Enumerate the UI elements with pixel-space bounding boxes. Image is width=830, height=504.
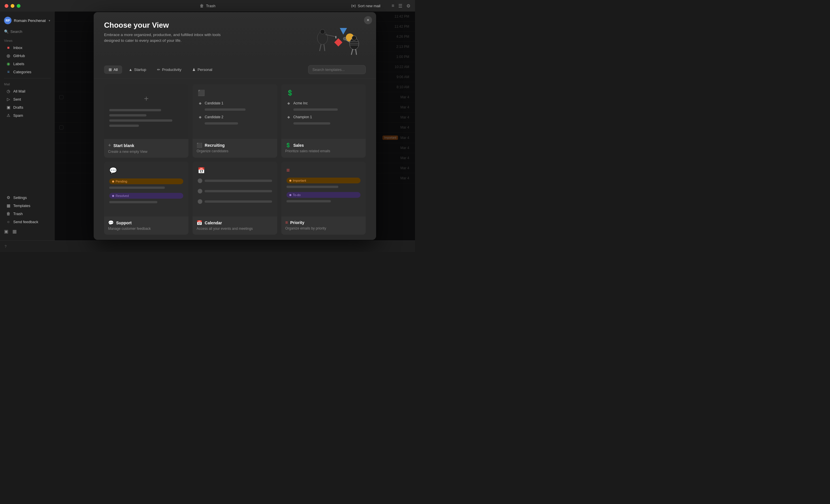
card-info: 💬 Support Manage customer feedback: [104, 217, 189, 235]
svg-rect-1: [334, 38, 342, 46]
views-section-label: Views: [0, 37, 55, 43]
preview-dot: [198, 199, 202, 204]
sidebar-item-sent[interactable]: ▷ Sent: [2, 95, 53, 103]
sidebar-item-allmail[interactable]: ◷ All Mail: [2, 87, 53, 95]
window-title: 🗑 Trash: [200, 3, 216, 8]
preview-row: [198, 189, 272, 193]
svg-line-14: [351, 49, 353, 55]
spam-icon: ⚠: [6, 113, 11, 118]
svg-marker-0: [340, 28, 347, 35]
template-card-calendar[interactable]: 📅: [193, 162, 277, 235]
sidebar-bottom-icons: ▣ ▦: [0, 226, 55, 237]
sidebar-item-label: All Mail: [13, 89, 25, 93]
card-title: Recruiting: [204, 143, 224, 148]
svg-point-4: [320, 29, 325, 34]
search-templates-input[interactable]: [308, 65, 366, 74]
modal-close-button[interactable]: ×: [364, 16, 372, 24]
template-card-sales[interactable]: 💲 ◆ Acme Inc ◆ Champion 1: [281, 84, 366, 158]
bottom-icon-2[interactable]: ▦: [12, 229, 17, 234]
user-menu[interactable]: RP Romain Penchenat ▾: [0, 15, 55, 28]
sidebar-item-inbox[interactable]: ■ Inbox: [2, 43, 53, 52]
card-desc: Access all your events and meetings: [196, 227, 273, 231]
settings-sidebar-icon: ⚙: [6, 195, 11, 200]
sidebar-bottom: ⚙ Settings ▦ Templates 🗑 Trash ○ Send fe…: [0, 193, 55, 237]
filter-tab-startup[interactable]: ▲ Startup: [124, 65, 151, 74]
bottom-icon-1[interactable]: ▣: [4, 229, 8, 234]
sidebar-item-categories[interactable]: ≡ Categories: [2, 68, 53, 76]
search-label: Search: [10, 29, 22, 34]
important-tag: Important: [286, 178, 360, 183]
card-info: 📅 Calendar Access all your events and me…: [193, 217, 277, 235]
list-icon[interactable]: ≡: [392, 3, 394, 8]
sidebar-item-github[interactable]: ◎ GitHub: [2, 52, 53, 60]
minimize-button[interactable]: [11, 4, 14, 8]
sidebar-item-labels[interactable]: ◉ Labels: [2, 60, 53, 68]
preview-row: ◆ Candidate 1: [198, 101, 272, 105]
toolbar-icons: ≡ ☰ ⚙: [392, 3, 410, 9]
template-card-priority[interactable]: ≡ Important To-do ≡: [281, 162, 366, 235]
template-card-recruiting[interactable]: ⬛ ◆ Candidate 1 ◆ Candidate 2: [193, 84, 277, 158]
personal-icon: ♟: [192, 67, 196, 72]
startup-icon: ▲: [129, 67, 132, 72]
modal-overlay: × Choose your View Embrace a more organi…: [55, 11, 415, 241]
filter-tab-personal[interactable]: ♟ Personal: [188, 65, 217, 74]
modal-title: Choose your View: [104, 21, 296, 30]
window-bar: 🗑 Trash ⟨≡⟩ Sort new mail ≡ ☰ ⚙: [0, 0, 415, 11]
svg-line-15: [356, 49, 356, 55]
sidebar-item-label: Labels: [13, 62, 24, 66]
sort-new-mail-button[interactable]: ⟨≡⟩ Sort new mail: [351, 4, 380, 8]
window-title-text: Trash: [206, 4, 216, 8]
card-info: ⬛ Recruiting Organize candidates: [193, 139, 277, 157]
close-button[interactable]: [5, 4, 8, 8]
sort-icon: ⟨≡⟩: [351, 4, 356, 8]
drafts-icon: ▣: [6, 105, 11, 109]
template-card-blank[interactable]: + + Start blank Create a new e: [104, 84, 189, 158]
sidebar-item-drafts[interactable]: ▣ Drafts: [2, 103, 53, 111]
filter-tab-productivity[interactable]: ✏ Productivity: [153, 65, 186, 74]
filter-tab-all[interactable]: ⊞ All: [104, 65, 122, 74]
sidebar-item-spam[interactable]: ⚠ Spam: [2, 111, 53, 119]
sidebar-item-templates[interactable]: ▦ Templates: [2, 201, 53, 210]
sidebar-item-feedback[interactable]: ○ Send feedback: [2, 218, 53, 226]
preview-row: [198, 179, 272, 183]
sidebar-item-trash[interactable]: 🗑 Trash: [2, 210, 53, 218]
preview-row: [198, 199, 272, 204]
modal-subtitle: Embrace a more organized, productive, an…: [104, 32, 225, 44]
traffic-lights: [5, 4, 21, 8]
todo-tag: To-do: [286, 192, 360, 198]
filter-tab-label: All: [114, 67, 118, 72]
card-info: ≡ Priority Organize emails by priority: [281, 217, 366, 234]
github-icon: ◎: [6, 53, 11, 58]
filter-tab-label: Startup: [134, 67, 146, 72]
username: Romain Penchenat: [14, 19, 46, 23]
categories-icon: ≡: [6, 69, 11, 74]
support-preview: 💬 Pending Resolved: [104, 162, 189, 217]
allmail-icon: ◷: [6, 89, 11, 93]
pending-tag: Pending: [109, 179, 183, 184]
svg-point-10: [352, 36, 356, 40]
list2-icon[interactable]: ☰: [398, 3, 402, 9]
sidebar-item-settings[interactable]: ⚙ Settings: [2, 193, 53, 201]
template-card-support[interactable]: 💬 Pending Resolved 💬: [104, 162, 189, 235]
diamond-icon: ◆: [198, 115, 202, 119]
filter-tab-label: Productivity: [162, 67, 181, 72]
priority-preview: ≡ Important To-do: [281, 162, 366, 217]
modal-header-text: Choose your View Embrace a more organize…: [104, 21, 296, 44]
calendar-preview: 📅: [193, 162, 277, 217]
resolved-tag: Resolved: [109, 193, 183, 199]
blank-preview: +: [104, 84, 189, 139]
settings-icon[interactable]: ⚙: [406, 3, 410, 9]
priority-icon: ≡: [285, 220, 288, 225]
card-title: Support: [116, 221, 132, 225]
card-desc: Manage customer feedback: [108, 227, 185, 231]
sales-icon: 💲: [285, 143, 291, 148]
template-grid: + + Start blank Create a new e: [94, 78, 376, 240]
card-title: Sales: [293, 143, 304, 148]
preview-row: ◆ Champion 1: [286, 115, 360, 119]
search-button[interactable]: 🔍 Search: [0, 28, 55, 37]
sidebar-item-label: Inbox: [13, 45, 23, 50]
maximize-button[interactable]: [17, 4, 21, 8]
card-title: Calendar: [204, 221, 222, 225]
illustration-svg: [302, 24, 366, 55]
trash-sidebar-icon: 🗑: [6, 211, 11, 216]
